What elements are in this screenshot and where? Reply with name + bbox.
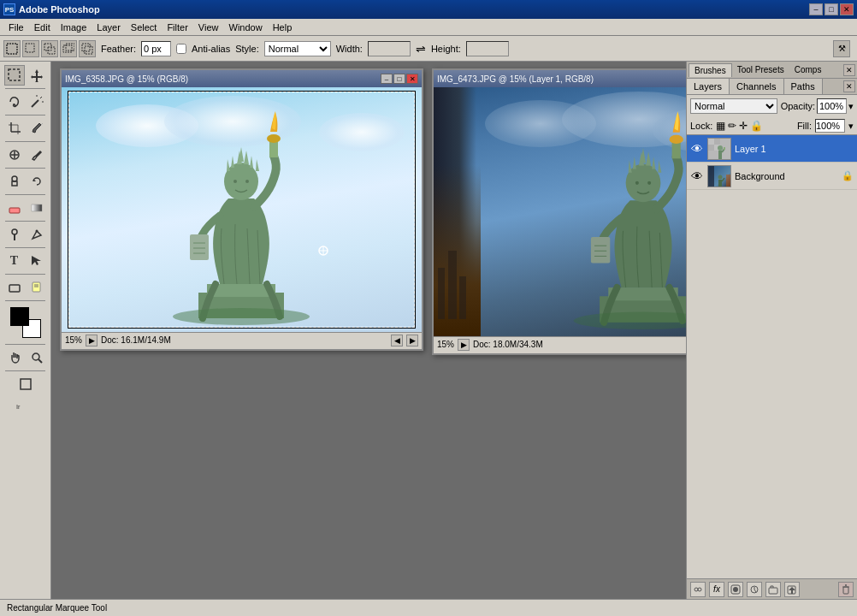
- anti-alias-checkbox[interactable]: [176, 44, 186, 54]
- svg-marker-42: [231, 156, 234, 168]
- menu-layer[interactable]: Layer: [92, 21, 126, 34]
- restore-button[interactable]: □: [824, 3, 838, 15]
- menu-select[interactable]: Select: [126, 21, 163, 34]
- lock-pixels-icon[interactable]: ▦: [716, 120, 725, 132]
- new-layer-btn[interactable]: [784, 582, 800, 597]
- extras-tab-brushes[interactable]: Brushes: [689, 63, 732, 77]
- clone-stamp-btn[interactable]: [4, 171, 25, 192]
- lock-all-icon[interactable]: 🔒: [750, 120, 763, 132]
- extras-tabs-bar: Brushes Tool Presets Comps ✕: [687, 62, 857, 79]
- minimize-button[interactable]: –: [809, 3, 823, 15]
- layer1-thumbnail: [707, 138, 731, 160]
- photo-window-2: IMG_6473.JPG @ 15% (Layer 1, RGB/8) – □ …: [432, 68, 686, 355]
- tab-channels[interactable]: Channels: [730, 79, 783, 94]
- pen-tool-btn[interactable]: [27, 224, 47, 245]
- opacity-label: Opacity:: [781, 101, 815, 111]
- menu-window[interactable]: Window: [224, 21, 268, 34]
- photo-1-minimize[interactable]: –: [381, 74, 393, 84]
- healing-tool-btn[interactable]: [4, 145, 25, 165]
- lock-position-icon[interactable]: ✛: [739, 120, 748, 132]
- shape-tool-btn[interactable]: [4, 277, 25, 298]
- layer-fx-btn[interactable]: fx: [709, 582, 724, 597]
- menu-edit[interactable]: Edit: [29, 21, 56, 34]
- photo-1-restore[interactable]: □: [393, 74, 405, 84]
- height-input[interactable]: [466, 41, 509, 56]
- eyedropper-tool-btn[interactable]: [27, 118, 47, 139]
- menu-image[interactable]: Image: [56, 21, 92, 34]
- photo-1-canvas[interactable]: [62, 87, 422, 332]
- image-ready-btn[interactable]: Ir: [15, 395, 36, 416]
- photo-2-info-btn[interactable]: ▶: [458, 339, 470, 351]
- photo-2-statue: [502, 96, 686, 331]
- layers-panel-close[interactable]: ✕: [843, 80, 855, 92]
- opacity-input[interactable]: [817, 98, 847, 114]
- zoom-tool-btn[interactable]: [27, 347, 47, 368]
- group-layers-btn[interactable]: [765, 582, 781, 597]
- text-tool-btn[interactable]: T: [4, 251, 25, 271]
- layer1-visibility[interactable]: 👁: [690, 142, 704, 156]
- crop-tool-btn[interactable]: [4, 118, 25, 139]
- menu-filter[interactable]: Filter: [162, 21, 192, 34]
- panel-tabs: Layers Channels Paths ✕: [687, 79, 857, 95]
- brush-tool-btn[interactable]: [27, 145, 47, 165]
- lock-paint-icon[interactable]: ✏: [728, 120, 736, 132]
- delete-layer-btn[interactable]: [838, 582, 854, 597]
- magic-wand-btn[interactable]: [27, 92, 47, 112]
- tab-layers[interactable]: Layers: [687, 79, 730, 94]
- width-input[interactable]: [368, 41, 411, 56]
- svg-text:Ir: Ir: [16, 403, 21, 411]
- path-select-btn[interactable]: [27, 251, 47, 271]
- photo-1-scroll-right[interactable]: ▶: [406, 335, 418, 346]
- add-selection-icon[interactable]: [41, 40, 58, 57]
- notes-tool-btn[interactable]: [27, 277, 47, 298]
- intersect-selection-icon[interactable]: [79, 40, 96, 57]
- add-mask-btn[interactable]: [728, 582, 743, 597]
- history-brush-btn[interactable]: [27, 171, 47, 192]
- lasso-tool-btn[interactable]: [4, 92, 25, 112]
- color-picker[interactable]: [10, 307, 41, 338]
- adjustment-layer-btn[interactable]: [747, 582, 762, 597]
- screen-mode-btn[interactable]: [15, 374, 36, 394]
- photo-1-title-bar[interactable]: IMG_6358.JPG @ 15% (RGB/8) – □ ✕: [62, 70, 422, 87]
- layer-item-layer1[interactable]: 👁: [687, 135, 857, 163]
- new-selection-icon[interactable]: [22, 40, 39, 57]
- svg-rect-88: [708, 166, 714, 187]
- status-text: Rectangular Marquee Tool: [7, 603, 107, 613]
- menu-file[interactable]: File: [3, 21, 29, 34]
- move-tool-btn[interactable]: [27, 65, 47, 86]
- hand-tool-btn[interactable]: [4, 347, 25, 368]
- photo-2-title-bar[interactable]: IMG_6473.JPG @ 15% (Layer 1, RGB/8) – □ …: [434, 70, 686, 87]
- background-visibility[interactable]: 👁: [690, 169, 704, 183]
- swap-icon[interactable]: ⇌: [416, 42, 426, 56]
- photo-1-scroll-left[interactable]: ◀: [391, 335, 403, 346]
- extras-tab-comps[interactable]: Comps: [789, 63, 827, 76]
- marquee-tool-btn[interactable]: [4, 65, 25, 86]
- fill-input[interactable]: [815, 119, 845, 133]
- layers-options-row: Normal Multiply Screen Overlay Opacity: …: [687, 95, 857, 117]
- layer-item-background[interactable]: 👁: [687, 163, 857, 190]
- style-select[interactable]: Normal Fixed Ratio Fixed Size: [264, 41, 331, 56]
- photo-2-canvas[interactable]: [434, 87, 686, 336]
- eraser-tool-btn[interactable]: [4, 198, 25, 218]
- menu-view[interactable]: View: [193, 21, 224, 34]
- link-layers-btn[interactable]: [690, 582, 706, 597]
- close-button[interactable]: ✕: [840, 3, 854, 15]
- photo-1-close[interactable]: ✕: [406, 74, 418, 84]
- opacity-arrow[interactable]: ▾: [848, 101, 854, 112]
- feather-input[interactable]: [141, 41, 171, 56]
- options-right-icon1[interactable]: ⚒: [833, 40, 850, 57]
- subtract-selection-icon[interactable]: [60, 40, 77, 57]
- app-icon: PS: [3, 3, 15, 15]
- extras-tab-tool-presets[interactable]: Tool Presets: [732, 63, 789, 76]
- photo-1-info-btn[interactable]: ▶: [86, 335, 98, 346]
- blend-mode-select[interactable]: Normal Multiply Screen Overlay: [690, 98, 777, 114]
- tab-paths[interactable]: Paths: [784, 79, 823, 94]
- gradient-tool-btn[interactable]: [27, 198, 47, 218]
- fill-arrow[interactable]: ▾: [848, 121, 854, 132]
- dodge-tool-btn[interactable]: [4, 224, 25, 245]
- layers-panel: Normal Multiply Screen Overlay Opacity: …: [687, 95, 857, 599]
- foreground-color[interactable]: [10, 307, 29, 326]
- menu-help[interactable]: Help: [268, 21, 298, 34]
- toolbox: T: [0, 62, 51, 599]
- panels-close-btn[interactable]: ✕: [843, 64, 855, 76]
